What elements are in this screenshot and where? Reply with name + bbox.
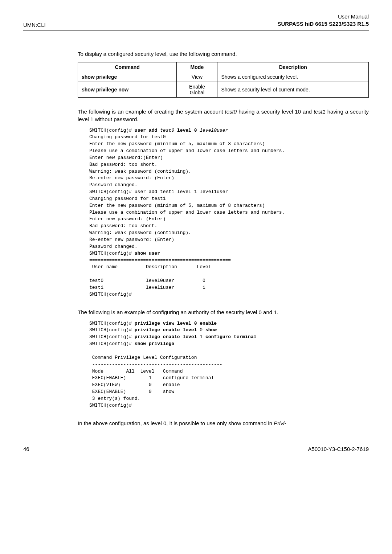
cell-mode: View [177, 72, 217, 82]
code-block-1: SWITCH(config)# user add test0 level 0 l… [89, 127, 369, 298]
table-row: show privilege now Enable Global Shows a… [78, 82, 369, 97]
closing-paragraph: In the above configuration, as level 0, … [78, 419, 369, 427]
header-right-line2: SURPASS hiD 6615 S223/S323 R1.5 [277, 20, 369, 28]
text: having a security level 10 and [237, 108, 314, 115]
footer-page-number: 46 [23, 446, 29, 452]
intro-paragraph: To display a configured security level, … [78, 50, 369, 58]
table-row: show privilege View Shows a configured s… [78, 72, 369, 82]
text: The following is an example of creating … [78, 108, 225, 115]
text: In the above configuration, as level 0, … [78, 420, 274, 426]
th-mode: Mode [177, 62, 217, 72]
cell-mode: Enable Global [177, 82, 217, 97]
header-right-line1: User Manual [277, 13, 369, 20]
cell-desc: Shows a security level of current mode. [217, 82, 369, 97]
cell-command: show privilege [78, 72, 177, 82]
example-paragraph-1: The following is an example of creating … [78, 108, 369, 123]
cell-command: show privilege now [78, 82, 177, 97]
header-rule [23, 30, 369, 30]
italic-test1: test1 [314, 108, 326, 115]
italic-test0: test0 [225, 108, 237, 115]
code-block-2: SWITCH(config)# privilege view level 0 e… [89, 320, 369, 409]
page-footer: 46 A50010-Y3-C150-2-7619 [23, 446, 369, 452]
header-right: User Manual SURPASS hiD 6615 S223/S323 R… [277, 13, 369, 28]
footer-doc-id: A50010-Y3-C150-2-7619 [308, 446, 369, 452]
th-description: Description [217, 62, 369, 72]
cell-desc: Shows a configured security level. [217, 72, 369, 82]
page-header: UMN:CLI User Manual SURPASS hiD 6615 S22… [23, 13, 369, 28]
header-left: UMN:CLI [23, 22, 46, 28]
italic-privi: Privi- [274, 420, 286, 426]
example-paragraph-2: The following is an example of configuri… [78, 308, 369, 316]
command-table: Command Mode Description show privilege … [78, 62, 369, 98]
th-command: Command [78, 62, 177, 72]
table-header-row: Command Mode Description [78, 62, 369, 72]
